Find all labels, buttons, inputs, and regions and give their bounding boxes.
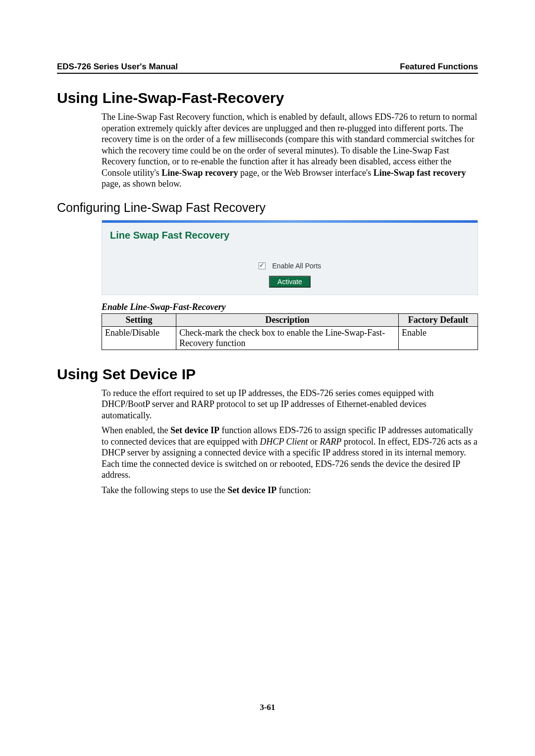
section1-paragraph: The Line-Swap Fast Recovery function, wh… <box>102 111 478 190</box>
section1-bold-1: Line-Swap recovery <box>161 168 238 178</box>
section1-text-mid: page, or the Web Browser interface's <box>238 168 373 178</box>
th-description: Description <box>176 313 399 326</box>
section1-bold-2: Line-Swap fast recovery <box>374 168 466 178</box>
section1-text-end: page, as shown below. <box>102 179 181 189</box>
section-title-line-swap: Using Line-Swap-Fast-Recovery <box>57 90 478 106</box>
s2p2-pre: When enabled, the <box>102 425 170 435</box>
header-left: EDS-726 Series User's Manual <box>57 62 178 72</box>
section2-p2: When enabled, the Set device IP function… <box>102 425 478 481</box>
table-caption: Enable Line-Swap-Fast-Recovery <box>102 302 478 312</box>
page-number: 3-61 <box>0 703 535 712</box>
settings-table: Setting Description Factory Default Enab… <box>102 313 478 350</box>
page-header: EDS-726 Series User's Manual Featured Fu… <box>57 62 478 74</box>
cell-setting: Enable/Disable <box>102 326 176 350</box>
cell-default: Enable <box>399 326 478 350</box>
activate-button[interactable]: Activate <box>269 276 311 288</box>
enable-all-ports-label: Enable All Ports <box>272 262 321 270</box>
subsection-title-config: Configuring Line-Swap Fast Recovery <box>57 201 478 215</box>
s2p2-b1: Set device IP <box>170 425 219 435</box>
section-title-set-device-ip: Using Set Device IP <box>57 366 478 383</box>
s2p2-mid2: or <box>308 437 320 447</box>
section2-p3: Take the following steps to use the Set … <box>102 485 478 496</box>
enable-all-ports-checkbox[interactable] <box>259 262 266 269</box>
header-right: Featured Functions <box>400 62 478 72</box>
th-setting: Setting <box>102 313 176 326</box>
s2p3-end: function: <box>276 485 311 495</box>
enable-all-ports-row: Enable All Ports <box>110 262 470 270</box>
screenshot-panel: Line Swap Fast Recovery Enable All Ports… <box>102 220 478 295</box>
cell-description: Check-mark the check box to enable the L… <box>176 326 399 350</box>
s2p3-b1: Set device IP <box>227 485 276 495</box>
s2p3-pre: Take the following steps to use the <box>102 485 227 495</box>
th-default: Factory Default <box>399 313 478 326</box>
section2-p1: To reduce the effort required to set up … <box>102 388 478 421</box>
table-row: Enable/Disable Check-mark the check box … <box>102 326 478 350</box>
panel-title: Line Swap Fast Recovery <box>110 230 470 241</box>
s2p2-i2: RARP <box>320 437 342 447</box>
s2p2-i1: DHCP Client <box>260 437 308 447</box>
